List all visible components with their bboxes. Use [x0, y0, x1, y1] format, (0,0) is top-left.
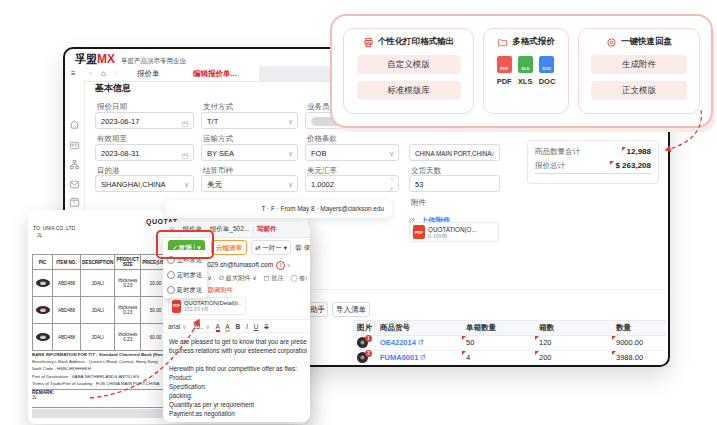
hide-attachment-link[interactable]: 隐藏附件 — [208, 286, 233, 295]
qty-cell: 9000.00 — [612, 336, 666, 350]
payment-select[interactable]: T/T∨ — [201, 112, 298, 129]
delivery-days-input[interactable]: 53 — [409, 175, 500, 192]
font-size-select[interactable]: 16.. ∨ — [193, 323, 210, 330]
highlight-button[interactable]: A — [225, 323, 229, 332]
clock-icon — [167, 271, 175, 279]
strike-button[interactable]: S — [264, 323, 268, 330]
tab-divider: | — [115, 68, 117, 77]
review-button[interactable]: 云端清审 — [211, 240, 247, 255]
chevron-down-icon: ∨ — [288, 145, 293, 162]
rate-stepper[interactable]: 1.0002⌃∨ — [305, 175, 399, 192]
custom-template-button[interactable]: 自定义模版 — [357, 55, 461, 74]
destination-select[interactable]: SHANGHAI,CHINA∨ — [95, 175, 194, 192]
attachment-chip[interactable]: PDF QUOTATION(O... 0.16MB — [409, 222, 499, 242]
calendar-icon — [181, 149, 189, 166]
chevron-down-icon: ∨ — [288, 176, 293, 193]
quote-date-input[interactable]: 2023-06-17 — [95, 112, 194, 129]
comment-flag — [612, 336, 616, 340]
col-qty: 数量 — [612, 321, 666, 335]
signature-button[interactable]: ◯ 签名 — [290, 274, 307, 281]
archive-icon[interactable] — [69, 194, 80, 205]
attachment-size: 0.16MB — [428, 233, 494, 239]
table-row[interactable]: 2 FUMA0001 4 200 3988.00 — [354, 351, 666, 366]
back-icon[interactable]: ‹ — [89, 69, 92, 78]
comment-flag — [535, 351, 539, 355]
mail-tab-compose[interactable]: 写邮件 — [257, 225, 277, 234]
transport-select[interactable]: BY SEA∨ — [201, 144, 298, 161]
pdf-format: PDF PDF — [497, 56, 512, 86]
annotate-button[interactable]: ▢ 批注 — [264, 274, 284, 281]
feature-card-formats: 多格式报价 PDF PDF XLS XLS DOC DOC — [483, 28, 569, 114]
comment-flag — [462, 351, 466, 355]
font-color-button[interactable]: A — [216, 323, 220, 332]
highlight-box-send — [156, 230, 214, 259]
menu-icon[interactable]: ≡ — [71, 69, 76, 78]
price-term-select[interactable]: FOB∨ — [305, 144, 399, 161]
italic-button[interactable]: I — [246, 323, 248, 330]
doc-footer-bar — [32, 409, 163, 418]
chevron-down-icon: ▾ — [284, 244, 287, 251]
salesman-label: 业务员 — [307, 102, 330, 112]
large-attachment-button[interactable]: ∅ 超大附件 ∨ — [219, 274, 257, 281]
body-template-button[interactable]: 正文模版 — [591, 81, 687, 100]
tab-edit-quote[interactable]: 编辑报价单... — [187, 69, 243, 79]
home-nav-icon[interactable] — [69, 116, 80, 127]
tire-image — [36, 333, 50, 341]
summary-total-value: $ 263,208 — [610, 159, 651, 173]
bold-button[interactable]: B — [236, 323, 241, 330]
standard-template-button[interactable]: 标准模版库 — [357, 81, 461, 100]
loading-port-select[interactable]: CHINA MAIN PORT,CHINA∨ — [409, 144, 500, 161]
chevron-down-icon: ∨ — [288, 113, 293, 130]
attachment-name: QUOTATION(O... — [428, 226, 494, 233]
folder-icon — [497, 37, 508, 48]
tab-quote-list[interactable]: 报价单 — [137, 69, 160, 79]
menu-item-send-scheduled[interactable]: 定时发送 — [163, 267, 207, 282]
import-list-button[interactable]: 导入清单 — [332, 302, 370, 317]
mail-tab-quote-file[interactable]: 报价单_502... — [210, 225, 249, 234]
brand-logo: 孚盟 — [75, 52, 97, 67]
product-image: 1 — [357, 337, 368, 348]
col-boxes: 箱数 — [535, 321, 612, 335]
underline-button[interactable]: U — [254, 323, 259, 330]
product-code-link[interactable]: FUMA0001 — [380, 353, 418, 362]
doc-col-size: PRODUCT SIZE — [115, 255, 141, 270]
home-icon[interactable]: ⌂ — [101, 69, 106, 78]
col-code: 商品货号 — [380, 321, 462, 335]
chevron-down-icon: ∨ — [389, 145, 394, 162]
comment-flag — [462, 336, 466, 340]
spinner-icon[interactable]: ⌃∨ — [390, 176, 394, 192]
attachments-label: 附件 — [411, 198, 426, 208]
generate-attachment-button[interactable]: 生成附件 — [591, 55, 687, 74]
xls-format: XLS XLS — [518, 56, 533, 86]
doc-col-item: ITEM NO. — [53, 255, 81, 270]
save-draft-button[interactable]: 保存 — [295, 240, 310, 255]
mail-attachment-chip[interactable]: PDF QUOTATION(Detail)l.. 152.63 KB — [168, 297, 246, 315]
tire-image — [36, 306, 50, 314]
comment-flag — [622, 147, 626, 151]
notification-badge: 2 — [365, 350, 372, 357]
doc-col-pic: PIC — [33, 255, 53, 270]
boxes-cell: 200 — [535, 351, 612, 365]
quote-date-label: 报价日期 — [97, 102, 127, 112]
one-to-one-button[interactable]: ⇄ 一对一 ▾ — [251, 240, 291, 255]
contacts-icon[interactable] — [69, 137, 80, 148]
valid-until-input[interactable]: 2023-08-31 — [95, 144, 194, 161]
valid-until-label: 有效期至 — [97, 134, 127, 144]
qty-cell: 3988.00 — [612, 351, 666, 365]
tab-divider: | — [252, 226, 254, 233]
warning-icon: ! — [276, 261, 285, 270]
swap-icon: ⇄ — [255, 244, 260, 251]
per-box-cell: 4 — [462, 351, 535, 365]
product-code-link[interactable]: OE422014 — [380, 338, 416, 347]
notification-badge: 1 — [365, 335, 372, 342]
font-select[interactable]: arial ∨ — [168, 323, 187, 330]
menu-item-send-delayed[interactable]: 延时发送 — [163, 282, 207, 297]
table-row[interactable]: 1 OE422014 50 120 9000.00 — [354, 336, 666, 351]
mail-body[interactable]: We are pleased to get to know that you a… — [169, 337, 307, 418]
window-header: 孚盟MX 孚盟产品演示专用企业 — [75, 52, 186, 67]
currency-select[interactable]: 美元∨ — [201, 175, 298, 192]
feature-card-print: 个性化打印格式输出 自定义模版 标准模版库 — [343, 28, 474, 114]
mail-nav-icon[interactable] — [69, 176, 80, 187]
org-tree-icon[interactable] — [69, 156, 80, 167]
product-table: 图片 商品货号 单箱数量 箱数 数量 1 OE422014 50 120 900… — [354, 320, 666, 366]
